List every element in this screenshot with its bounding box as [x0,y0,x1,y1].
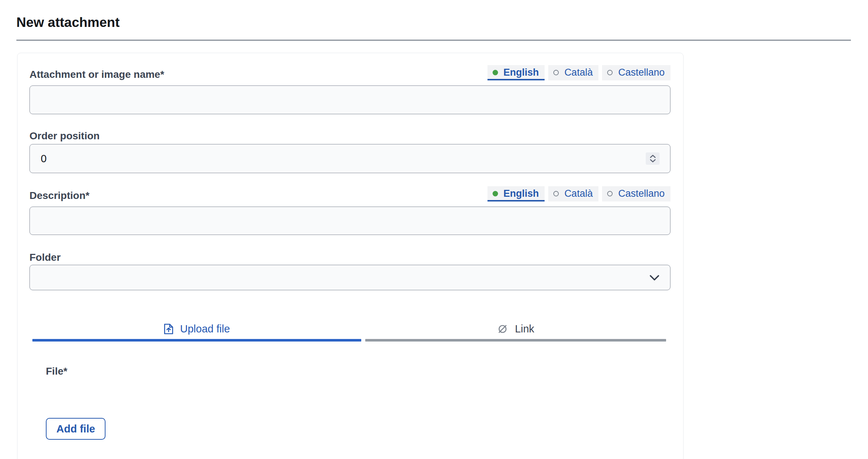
page-header: New attachment [0,0,868,41]
chevron-down-icon [650,159,656,163]
language-tab-english[interactable]: English [487,186,545,201]
inactive-language-circle-icon [553,191,559,196]
folder-select[interactable] [29,265,670,290]
header-divider [16,40,851,41]
language-tab-label: Català [564,67,593,78]
tab-inactive-underline [365,339,666,342]
tab-active-underline [32,339,361,342]
order-position-label: Order position [29,130,670,142]
active-language-dot-icon [493,70,498,75]
description-language-selector: English Català Castellano [487,186,670,201]
language-tab-english[interactable]: English [487,65,545,80]
active-language-dot-icon [493,191,498,196]
chevron-down-icon [649,275,660,281]
chevron-up-icon [650,155,656,158]
description-field-label: Description* [29,190,89,201]
description-field-header: Description* English Català Castellano [29,186,670,201]
description-input[interactable] [29,207,670,235]
tab-link-label: Link [515,322,534,336]
inactive-language-circle-icon [607,70,613,75]
upload-tab-panel: File* Add file [46,366,670,440]
language-tab-catala[interactable]: Català [548,186,598,201]
new-attachment-form-card: Attachment or image name* English Català… [17,53,684,459]
tab-upload-file[interactable]: Upload file [32,322,361,342]
inactive-language-circle-icon [607,191,613,196]
name-field-header: Attachment or image name* English Català… [29,65,670,80]
attachment-name-input[interactable] [29,85,670,114]
language-tab-label: Castellano [618,188,665,199]
language-tab-label: English [503,67,539,78]
upload-file-icon [164,323,174,335]
folder-label: Folder [29,252,670,263]
tab-upload-label: Upload file [180,322,230,336]
number-stepper[interactable] [646,152,660,165]
order-position-field [29,144,670,173]
language-tab-label: English [503,188,539,199]
add-file-button[interactable]: Add file [46,418,105,440]
language-tab-castellano[interactable]: Castellano [602,186,670,201]
language-tab-castellano[interactable]: Castellano [602,65,670,80]
page-title: New attachment [16,15,851,30]
order-position-input[interactable] [29,144,670,173]
name-field-label: Attachment or image name* [29,69,164,80]
language-tab-catala[interactable]: Català [548,65,598,80]
language-tab-label: Castellano [618,67,665,78]
link-icon [497,324,508,334]
tab-link[interactable]: Link [365,322,666,342]
inactive-language-circle-icon [553,70,559,75]
language-tab-label: Català [564,188,593,199]
folder-field [29,265,670,290]
attachment-source-tabs: Upload file Link [32,322,666,342]
name-language-selector: English Català Castellano [487,65,670,80]
file-label: File* [46,366,670,377]
